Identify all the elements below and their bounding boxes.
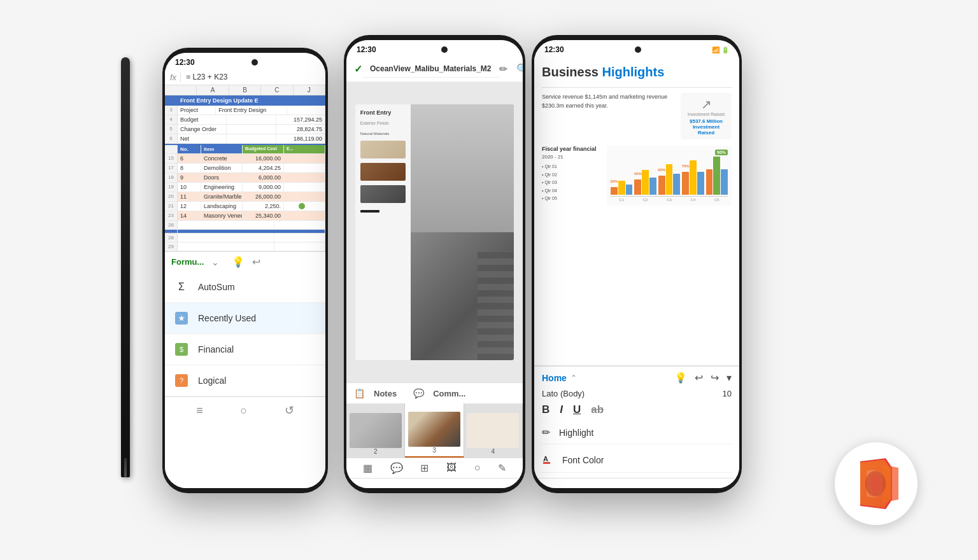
font-size[interactable]: 10: [723, 389, 732, 398]
nav-back-center[interactable]: <: [481, 485, 488, 488]
color-row: ✏ Highlight A Font Color: [542, 421, 732, 473]
undo-icon-right[interactable]: ↩: [695, 372, 703, 384]
bulb-icon-right[interactable]: 💡: [674, 372, 687, 384]
excel-phone-screen: 12:30 fx = L23 + K23 A B C J: [165, 53, 325, 488]
highlight-label: Highlight: [559, 428, 593, 438]
check-button[interactable]: ✓: [354, 63, 362, 75]
nav-home-left[interactable]: ○: [240, 404, 247, 417]
slide-materials-label: Natural Materials: [360, 132, 406, 136]
italic-button[interactable]: I: [560, 403, 563, 416]
table-row-concrete: 15 6 Concrete 16,000.00: [165, 154, 325, 164]
col-labels: C1 C2 C3 C4 C5: [611, 198, 728, 202]
notes-icon: 📋: [354, 388, 365, 398]
notes-label[interactable]: Notes: [374, 389, 397, 398]
fiscal-left: Fiscal year financial 2020 - 21 • Qtr 01…: [542, 146, 600, 203]
building-facade: [411, 232, 514, 360]
thumb-2-num: 2: [374, 448, 378, 455]
font-name[interactable]: Lato (Body): [542, 389, 585, 398]
shape-icon[interactable]: ○: [474, 462, 481, 474]
font-row: Lato (Body) 10: [542, 389, 732, 398]
word-left-text: Service revenue $1,145m and marketing re…: [542, 93, 674, 139]
col-header-b: B: [229, 85, 261, 95]
nav-bar-left: ≡ ○ ↺: [165, 396, 325, 424]
dropdown-icon-right[interactable]: ▾: [726, 372, 732, 384]
bar-4-c: [697, 172, 704, 195]
formula-bar: fx = L23 + K23: [165, 69, 325, 85]
redo-icon-right[interactable]: ↪: [711, 372, 719, 384]
comment-icon[interactable]: 💬: [390, 462, 403, 474]
menu-logical[interactable]: ? Logical: [165, 365, 325, 396]
fiscal-label: Fiscal year financial: [542, 146, 600, 152]
word-doc-area: Business Highlights Service revenue $1,1…: [534, 57, 739, 365]
bar-5-c: [721, 169, 728, 195]
pen-tool[interactable]: ✏: [499, 63, 507, 75]
layout-icon[interactable]: ▦: [363, 462, 372, 474]
strikethrough-button[interactable]: ab: [591, 403, 604, 416]
image-icon[interactable]: 🖼: [446, 462, 457, 474]
thumb-3[interactable]: 3: [405, 403, 464, 458]
col-header-j: J: [294, 85, 325, 95]
undo-icon[interactable]: ↩: [252, 256, 260, 268]
fx-label: fx: [170, 73, 176, 82]
investment-box: ↗ Investment Raised $537.6 Million Inves…: [681, 93, 732, 139]
bar-group-2: 40%: [634, 170, 656, 195]
nav-home-right[interactable]: ○: [678, 485, 685, 488]
search-tool[interactable]: 🔍: [516, 63, 523, 75]
nav-menu-center[interactable]: ≡: [381, 485, 388, 488]
menu-autosum[interactable]: Σ AutoSum: [165, 272, 325, 303]
menu-recently-used[interactable]: ★ Recently Used: [165, 303, 325, 334]
formula-tab[interactable]: Formu...: [171, 257, 204, 267]
font-color-item[interactable]: A Font Color: [542, 448, 732, 473]
menu-financial[interactable]: $ Financial: [165, 334, 325, 365]
status-bar-left: 12:30: [165, 53, 325, 69]
col-c2: C2: [634, 198, 656, 202]
toolbar-tab-row: Formu... ⌄ 💡 ↩: [165, 252, 325, 272]
font-color-icon: A: [542, 453, 553, 467]
bar-2-c: [649, 178, 656, 195]
financial-label: Financial: [198, 344, 234, 354]
bar-3-a: 65%: [658, 176, 665, 195]
status-bar-right: 12:30 📶 🔋: [534, 40, 739, 57]
nav-menu-left[interactable]: ≡: [196, 404, 203, 417]
autosum-label: AutoSum: [198, 282, 235, 292]
svg-text:★: ★: [178, 314, 185, 322]
slide-thumbnails: 2 3 4: [346, 403, 523, 458]
front-entry-slide: Front Entry Exterior Finish Natural Mate…: [355, 104, 514, 360]
status-bar-center: 12:30: [346, 40, 523, 57]
pct-90: 90%: [715, 150, 728, 155]
highlight-item[interactable]: ✏ Highlight: [542, 421, 732, 444]
thumb-2-inner: [350, 413, 402, 448]
bulb-icon[interactable]: 💡: [232, 256, 244, 268]
home-tab[interactable]: Home: [542, 373, 567, 383]
nav-menu-right[interactable]: ≡: [588, 485, 595, 488]
nav-bar-center: ≡ ○ <: [346, 478, 523, 488]
ppt-toolbar-bottom: 📋 Notes 💬 Comm...: [346, 382, 523, 403]
underline-button[interactable]: U: [573, 403, 581, 416]
excel-screen: fx = L23 + K23 A B C J Front Entry Desig…: [165, 69, 325, 488]
toolbar-tab-area: Home ⌃: [542, 373, 577, 383]
s-pen: [121, 57, 130, 477]
word-doc-title: Business Highlights: [542, 64, 732, 80]
draw-icon[interactable]: ✎: [498, 462, 506, 474]
fiscal-year: 2020 - 21: [542, 154, 600, 160]
thumb-4[interactable]: 4: [464, 403, 523, 458]
chart-icon: ↗: [701, 97, 712, 112]
status-icons-right: 📶 🔋: [712, 46, 729, 53]
table-icon[interactable]: ⊞: [420, 462, 429, 474]
col-headers: A B C J: [165, 85, 325, 95]
slide-preview[interactable]: Front Entry Exterior Finish Natural Mate…: [355, 104, 514, 360]
comments-label[interactable]: Comm...: [433, 389, 465, 398]
col-c3: C3: [658, 198, 680, 202]
thumb-2[interactable]: 2: [346, 403, 405, 458]
time-center: 12:30: [357, 45, 376, 54]
format-buttons-row: B I U ab: [542, 403, 732, 416]
bar-group-4: 75%: [682, 160, 704, 195]
nav-home-center[interactable]: ○: [431, 485, 438, 488]
svg-text:?: ?: [180, 377, 183, 384]
ppt-topbar: ✓ OceanView_Malibu_Materials_M2 ✏ 🔍 ⊡ ↩: [346, 57, 523, 82]
bold-button[interactable]: B: [542, 403, 549, 416]
word-toolbar: Home ⌃ 💡 ↩ ↪ ▾ Lato (Body) 10: [534, 366, 739, 478]
office-logo: [835, 442, 918, 525]
ppt-main-slide: Front Entry Exterior Finish Natural Mate…: [346, 82, 523, 382]
nav-back-left[interactable]: ↺: [285, 403, 294, 417]
